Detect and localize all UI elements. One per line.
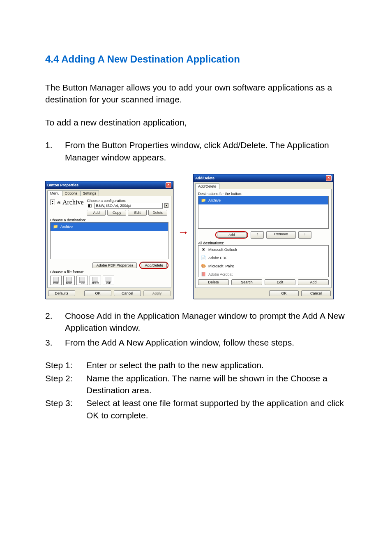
edit-button[interactable]: Edit: [265, 279, 295, 285]
format-pdf[interactable]: PDF: [50, 276, 62, 285]
add-delete-button[interactable]: Add/Delete: [141, 262, 167, 268]
step-text-1: From the Button Properties window, click…: [65, 139, 347, 163]
folder-icon: 📁: [53, 224, 58, 230]
format-jpeg[interactable]: JPEG: [90, 276, 101, 285]
folder-icon: 📁: [201, 197, 206, 203]
destination-list[interactable]: 📁 Archive: [50, 222, 168, 259]
destination-item-label: Archive: [208, 198, 221, 202]
format-gif[interactable]: GIF: [103, 276, 114, 285]
button-properties-dialog: Button Properties × Menu Options Setting…: [45, 181, 173, 299]
fileformat-label: Choose a file format:: [50, 270, 168, 274]
destination-item-label: Archive: [60, 225, 73, 229]
format-tiff[interactable]: TIFF: [76, 276, 88, 285]
config-copy-button[interactable]: Copy: [107, 210, 126, 216]
step3-text: Select at least one file format supporte…: [86, 397, 347, 421]
search-button[interactable]: Search: [231, 279, 262, 285]
step-number-1: 1.: [45, 139, 65, 151]
screenshot-figure: Button Properties × Menu Options Setting…: [45, 174, 347, 299]
intro-paragraph-2: To add a new destination application,: [45, 116, 347, 128]
tab-add-delete[interactable]: Add/Delete: [195, 183, 219, 189]
step2-label: Step 2:: [45, 372, 86, 384]
button-destinations-list[interactable]: 📁 Archive: [198, 196, 329, 229]
fileformat-row: PDF BMP TIFF JPEG GIF: [50, 276, 168, 285]
list-item-label: Adobe Acrobat: [208, 272, 233, 276]
scanner-icon: 🖨: [56, 200, 62, 205]
outlook-icon: ✉: [201, 247, 206, 253]
step1-text: Enter or select the path to the new appl…: [86, 359, 347, 371]
config-add-button[interactable]: Add: [87, 210, 106, 216]
move-down-button[interactable]: ↓: [298, 231, 311, 239]
add-delete-dialog: Add/Delete × Add/Delete Destinations for…: [193, 174, 334, 299]
tab-settings[interactable]: Settings: [80, 190, 99, 196]
close-icon[interactable]: ×: [166, 182, 171, 188]
list-item-label: Microsoft_Paint: [208, 264, 234, 268]
cancel-button[interactable]: Cancel: [114, 290, 141, 296]
list-item-label: Adobe PDF: [208, 256, 228, 260]
step-number-3: 3.: [45, 337, 65, 348]
arrow-right-icon: →: [178, 226, 189, 239]
highlight-oval-add: Add: [215, 231, 248, 239]
add2-button[interactable]: Add: [298, 279, 329, 285]
bw-icon: ◧: [87, 203, 92, 209]
config-label: Choose a configuration:: [87, 199, 168, 203]
cancel-button[interactable]: Cancel: [301, 290, 331, 296]
ok-button[interactable]: OK: [269, 290, 299, 296]
profile-spinner[interactable]: ▲▼: [50, 200, 55, 205]
list-item[interactable]: 📕Adobe Acrobat: [198, 270, 328, 277]
remove-button[interactable]: Remove: [266, 231, 296, 239]
move-up-button[interactable]: ↑: [251, 231, 264, 239]
destination-item-archive[interactable]: 📁 Archive: [198, 196, 328, 204]
destination-item-archive[interactable]: 📁 Archive: [51, 223, 168, 231]
config-delete-button[interactable]: Delete: [148, 210, 167, 216]
list-item-label: Microsoft Outlook: [208, 248, 237, 252]
pdf-icon: 📄: [201, 255, 206, 261]
tab-menu[interactable]: Menu: [47, 190, 62, 196]
profile-name: Archive: [62, 199, 84, 206]
format-bmp[interactable]: BMP: [63, 276, 75, 285]
destination-label: Choose a destination:: [50, 218, 168, 222]
list-item[interactable]: ✉Microsoft Outlook: [198, 246, 328, 254]
step3-label: Step 3:: [45, 397, 86, 409]
step-text-3: From the Add A New Application window, f…: [65, 337, 347, 348]
defaults-button[interactable]: Defaults: [48, 290, 75, 296]
close-icon[interactable]: ×: [326, 175, 332, 181]
list-item[interactable]: 📄Adobe PDF: [198, 254, 328, 262]
apply-button[interactable]: Apply: [143, 290, 171, 296]
dialog1-title: Button Properties: [47, 183, 78, 187]
section-heading: 4.4 Adding A New Destination Application: [45, 53, 347, 65]
step2-text: Name the application. The name will be s…: [86, 372, 347, 397]
chevron-down-icon[interactable]: ▾: [164, 203, 168, 208]
delete-button[interactable]: Delete: [198, 279, 229, 285]
destinations-for-button-label: Destinations for the button:: [198, 192, 329, 196]
dialog2-title: Add/Delete: [195, 176, 214, 180]
all-destinations-label: All destinations:: [198, 241, 329, 245]
step1-label: Step 1:: [45, 359, 86, 371]
tab-options[interactable]: Options: [62, 190, 81, 196]
ok-button[interactable]: OK: [84, 290, 111, 296]
step-number-2: 2.: [45, 310, 65, 322]
step-text-2: Choose Add in the Application Manager wi…: [65, 310, 347, 334]
list-item[interactable]: 🎨Microsoft_Paint: [198, 262, 328, 270]
add-button[interactable]: Add: [217, 232, 247, 238]
highlight-oval: Add/Delete: [139, 262, 168, 269]
config-edit-button[interactable]: Edit: [128, 210, 147, 216]
acrobat-icon: 📕: [201, 272, 206, 277]
intro-paragraph-1: The Button Manager allows you to add you…: [45, 81, 347, 106]
all-destinations-list[interactable]: ✉Microsoft Outlook 📄Adobe PDF 🎨Microsoft…: [198, 245, 329, 277]
paint-icon: 🎨: [201, 263, 206, 269]
config-combo[interactable]: B&W, ISO A4, 200dpi: [94, 203, 163, 209]
pdf-properties-button[interactable]: Adobe PDF Properties: [92, 262, 137, 268]
